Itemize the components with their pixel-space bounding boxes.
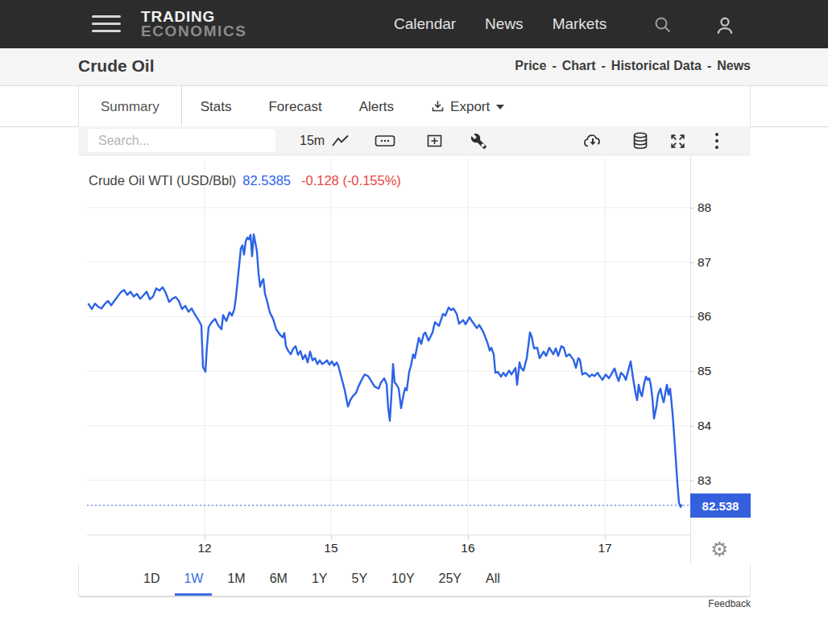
range-1w[interactable]: 1W — [175, 564, 212, 596]
price-line — [89, 234, 681, 507]
page-header: Crude Oil Price-Chart-Historical Data-Ne… — [0, 48, 828, 86]
y-tick — [690, 426, 694, 427]
nav-news[interactable]: News — [485, 15, 524, 33]
separator: - — [552, 59, 556, 72]
database-icon[interactable] — [627, 126, 654, 155]
range-1d[interactable]: 1D — [135, 564, 168, 596]
x-tick — [205, 535, 205, 539]
tab-alerts[interactable]: Alerts — [341, 86, 412, 127]
hamburger-menu-icon[interactable] — [92, 15, 121, 35]
y-axis-label: 86 — [698, 308, 711, 325]
y-tick — [690, 208, 694, 208]
breadcrumb: Price-Chart-Historical Data-News — [515, 59, 751, 73]
x-axis-label: 12 — [188, 541, 221, 555]
time-range-bar: 1D 1W 1M 6M 1Y 5Y 10Y 25Y All — [78, 564, 751, 597]
y-tick — [690, 316, 694, 317]
page: TRADING ECONOMICS Calendar News Markets … — [0, 0, 828, 644]
symbol-search-input[interactable] — [87, 128, 276, 153]
user-icon[interactable] — [715, 16, 735, 38]
tab-export[interactable]: Export — [412, 86, 523, 127]
x-tick — [468, 535, 469, 539]
instrument-name: Crude Oil WTI (USD/Bbl) — [89, 173, 236, 188]
y-tick — [690, 262, 694, 263]
nav-calendar[interactable]: Calendar — [394, 15, 456, 33]
x-axis-label: 15 — [315, 541, 347, 555]
link-historical-data[interactable]: Historical Data — [611, 59, 702, 72]
y-axis-label: 83 — [698, 472, 711, 489]
page-title: Crude Oil — [78, 56, 155, 76]
separator: - — [602, 59, 606, 72]
nav-markets[interactable]: Markets — [553, 15, 607, 33]
link-news[interactable]: News — [717, 59, 751, 72]
y-tick — [690, 481, 694, 481]
logo-line-1: TRADING — [141, 10, 247, 23]
top-nav-links: Calendar News Markets — [394, 0, 607, 48]
y-axis-label: 84 — [698, 417, 711, 435]
link-price[interactable]: Price — [515, 59, 546, 72]
x-axis-label: 16 — [452, 541, 484, 555]
tab-summary[interactable]: Summary — [78, 86, 182, 128]
caret-down-icon — [496, 105, 504, 109]
range-1m[interactable]: 1M — [218, 564, 254, 596]
logo-line-2: ECONOMICS — [141, 24, 247, 38]
expand-icon[interactable] — [664, 126, 691, 155]
link-chart[interactable]: Chart — [562, 59, 596, 72]
range-10y[interactable]: 10Y — [383, 564, 423, 596]
chart-style-icon[interactable] — [371, 126, 399, 155]
search-icon[interactable] — [654, 16, 672, 36]
cloud-download-icon[interactable] — [579, 126, 607, 155]
range-5y[interactable]: 5Y — [343, 564, 377, 596]
kebab-menu-icon[interactable] — [703, 126, 731, 155]
tabs-bar: Summary Stats Forecast Alerts Export — [0, 86, 828, 127]
y-axis-label: 85 — [698, 362, 711, 380]
range-6m[interactable]: 6M — [261, 564, 296, 596]
price-change: -0.128 (-0.155%) — [301, 173, 401, 188]
gear-icon[interactable]: ⚙ — [710, 538, 728, 561]
x-axis-label: 17 — [589, 541, 621, 555]
y-axis-label: 88 — [698, 199, 711, 217]
y-axis-label: 87 — [698, 254, 711, 271]
x-tick — [605, 535, 606, 539]
price-chart-svg[interactable] — [87, 155, 690, 535]
tab-stats[interactable]: Stats — [182, 86, 250, 127]
tabs: Summary Stats Forecast Alerts Export — [78, 86, 523, 127]
range-1y[interactable]: 1Y — [303, 564, 337, 596]
current-price-badge: 82.538 — [690, 493, 751, 518]
feedback-link[interactable]: Feedback — [708, 598, 751, 609]
tab-forecast[interactable]: Forecast — [250, 86, 340, 127]
download-icon — [431, 100, 445, 114]
wrench-icon[interactable] — [465, 126, 492, 155]
brand-logo[interactable]: TRADING ECONOMICS — [141, 10, 247, 38]
separator: - — [707, 59, 711, 72]
x-tick — [331, 535, 332, 539]
compare-add-icon[interactable] — [421, 126, 449, 155]
last-price: 82.5385 — [242, 173, 291, 188]
trend-line-icon[interactable] — [326, 126, 354, 155]
export-label: Export — [450, 99, 490, 115]
range-all[interactable]: All — [477, 564, 509, 596]
top-navigation-bar: TRADING ECONOMICS Calendar News Markets — [0, 0, 828, 48]
y-tick — [690, 371, 694, 372]
chart-legend: Crude Oil WTI (USD/Bbl) 82.5385 -0.128 (… — [89, 173, 401, 188]
range-25y[interactable]: 25Y — [430, 564, 470, 596]
chart-toolbar: 15m — [78, 126, 751, 155]
interval-button[interactable]: 15m — [300, 126, 325, 155]
